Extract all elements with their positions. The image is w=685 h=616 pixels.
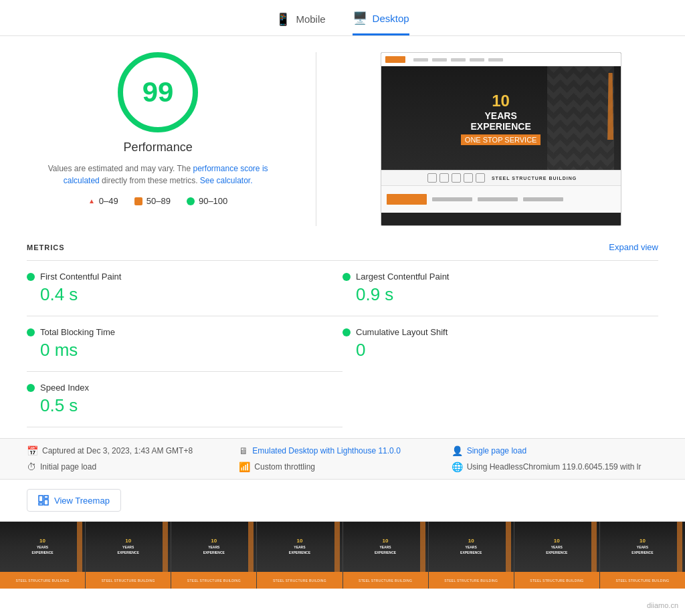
tab-desktop[interactable]: 🖥️ Desktop xyxy=(353,11,409,35)
thumb-text-3: 10 YEARSEXPERIENCE xyxy=(203,538,225,555)
info-throttling: 📶 Custom throttling xyxy=(239,461,446,472)
fail-label: 0–49 xyxy=(99,196,118,206)
metric-cls: Cumulative Layout Shift 0 xyxy=(342,316,658,371)
thumb-text-4: 10 YEARSEXPERIENCE xyxy=(289,538,310,555)
preview-nav-item xyxy=(470,58,484,62)
preview-bottom xyxy=(381,186,621,213)
thumb-text-7: 10 YEARSEXPERIENCE xyxy=(546,538,567,555)
thumb-text-1: 10 YEARSEXPERIENCE xyxy=(31,538,53,555)
preview-nav xyxy=(381,53,621,66)
metric-si-dot xyxy=(27,384,35,392)
see-calculator-link[interactable]: See calculator. xyxy=(200,176,253,185)
view-treemap-button[interactable]: View Treemap xyxy=(27,489,121,512)
preview-link xyxy=(523,197,563,201)
thumbnail-8: 10 YEARSEXPERIENCE STEEL STRUCTURE BUILD… xyxy=(600,522,685,589)
thumb-bottom-4: STEEL STRUCTURE BUILDING xyxy=(257,572,342,589)
thumb-bottom-3: STEEL STRUCTURE BUILDING xyxy=(171,572,256,589)
preview-middle-bar: STEEL STRUCTURE BUILDING xyxy=(381,170,621,186)
legend-good: 90–100 xyxy=(187,196,227,206)
thumb-bottom-1: STEEL STRUCTURE BUILDING xyxy=(0,572,85,589)
metric-lcp: Largest Contentful Paint 0.9 s xyxy=(342,260,658,316)
preview-logo xyxy=(385,56,405,63)
preview-nav-item xyxy=(451,58,466,62)
thumb-bottom-8: STEEL STRUCTURE BUILDING xyxy=(600,572,685,589)
thumb-inner-2: 10 YEARSEXPERIENCE xyxy=(86,522,171,572)
svg-rect-2 xyxy=(44,500,48,505)
preview-cta-btn xyxy=(387,194,427,205)
preview-link xyxy=(432,197,472,201)
info-throttling-text: Custom throttling xyxy=(254,462,315,472)
metric-fcp-label-row: First Contentful Paint xyxy=(27,272,342,282)
thumbnail-2: 10 YEARSEXPERIENCE STEEL STRUCTURE BUILD… xyxy=(86,522,171,589)
metric-fcp-dot xyxy=(27,273,35,281)
score-desc-text2: directly from these metrics. xyxy=(102,176,200,185)
score-section: 99 Performance Values are estimated and … xyxy=(27,52,289,206)
thumb-crane-6 xyxy=(506,522,511,572)
metric-si: Speed Index 0.5 s xyxy=(27,371,342,427)
thumb-bottom-7: STEEL STRUCTURE BUILDING xyxy=(514,572,599,589)
preview-nav-item xyxy=(488,58,503,62)
thumb-bottom-5: STEEL STRUCTURE BUILDING xyxy=(343,572,428,589)
info-captured-text: Captured at Dec 3, 2023, 1:43 AM GMT+8 xyxy=(42,446,193,455)
timer-icon: ⏱ xyxy=(27,461,36,472)
score-label: Performance xyxy=(124,140,193,155)
thumb-crane-7 xyxy=(591,522,597,572)
svg-rect-3 xyxy=(39,503,43,505)
metric-lcp-value: 0.9 s xyxy=(342,284,658,305)
thumb-inner-1: 10 YEARSEXPERIENCE xyxy=(0,522,85,572)
thumb-crane-5 xyxy=(420,522,425,572)
thumb-inner-6: 10 YEARSEXPERIENCE xyxy=(429,522,514,572)
treemap-icon xyxy=(38,495,49,506)
thumb-text-2: 10 YEARSEXPERIENCE xyxy=(118,538,139,555)
metric-tbt-value: 0 ms xyxy=(27,340,342,361)
metrics-section: METRICS Expand view First Contentful Pai… xyxy=(0,242,685,427)
thumbnail-5: 10 YEARSEXPERIENCE STEEL STRUCTURE BUILD… xyxy=(343,522,429,589)
single-page-link[interactable]: Single page load xyxy=(467,446,526,455)
thumb-inner-4: 10 YEARSEXPERIENCE xyxy=(257,522,342,572)
thumb-text-5: 10 YEARSEXPERIENCE xyxy=(375,538,396,555)
user-icon: 👤 xyxy=(452,445,463,456)
preview-scaffolding xyxy=(547,66,614,170)
tab-bar: 📱 Mobile 🖥️ Desktop xyxy=(0,0,685,36)
metric-cls-dot xyxy=(342,328,351,336)
thumbnail-3: 10 YEARSEXPERIENCE STEEL STRUCTURE BUILD… xyxy=(171,522,257,589)
score-legend: ▲ 0–49 50–89 90–100 xyxy=(88,196,227,206)
thumb-bottom-2: STEEL STRUCTURE BUILDING xyxy=(86,572,171,589)
info-initial-load: ⏱ Initial page load xyxy=(27,461,233,472)
tab-mobile[interactable]: 📱 Mobile xyxy=(276,12,325,35)
metrics-header: METRICS Expand view xyxy=(27,242,658,252)
monitor-icon: 🖥 xyxy=(239,445,248,456)
preview-hero: 10 YEARSEXPERIENCE ONE STOP SERVICE xyxy=(381,66,621,170)
metric-tbt: Total Blocking Time 0 ms xyxy=(27,316,342,371)
preview-badge xyxy=(476,173,485,183)
info-emulated: 🖥 Emulated Desktop with Lighthouse 11.0.… xyxy=(239,445,446,456)
thumbnail-6: 10 YEARSEXPERIENCE STEEL STRUCTURE BUILD… xyxy=(429,522,514,589)
metric-si-label-row: Speed Index xyxy=(27,383,342,393)
metric-lcp-label-row: Largest Contentful Paint xyxy=(342,272,658,282)
vertical-divider xyxy=(316,52,316,226)
thumb-inner-7: 10 YEARSEXPERIENCE xyxy=(514,522,599,572)
preview-badges xyxy=(425,172,488,184)
calendar-icon: 📅 xyxy=(27,445,38,456)
preview-nav-item xyxy=(432,58,447,62)
preview-big-num: 10 xyxy=(461,92,541,110)
preview-badge xyxy=(452,173,461,183)
good-icon xyxy=(187,197,195,205)
thumb-crane-8 xyxy=(677,522,682,572)
preview-link xyxy=(478,197,518,201)
mobile-icon: 📱 xyxy=(276,12,290,27)
metric-tbt-dot xyxy=(27,328,35,336)
thumbnail-4: 10 YEARSEXPERIENCE STEEL STRUCTURE BUILD… xyxy=(257,522,342,589)
preview-nav-items xyxy=(413,58,503,62)
expand-view-button[interactable]: Expand view xyxy=(609,242,658,252)
emulated-link[interactable]: Emulated Desktop with Lighthouse 11.0.0 xyxy=(252,446,400,455)
globe-icon: 🌐 xyxy=(452,461,463,472)
metric-si-label: Speed Index xyxy=(40,383,89,393)
preview-experience: YEARSEXPERIENCE xyxy=(461,110,541,132)
tab-mobile-label: Mobile xyxy=(296,13,325,25)
thumb-inner-5: 10 YEARSEXPERIENCE xyxy=(343,522,428,572)
website-preview: 10 YEARSEXPERIENCE ONE STOP SERVICE STEE… xyxy=(381,52,621,226)
preview-title: STEEL STRUCTURE BUILDING xyxy=(492,176,577,181)
score-circle: 99 xyxy=(118,52,198,132)
metric-fcp-value: 0.4 s xyxy=(27,284,342,305)
